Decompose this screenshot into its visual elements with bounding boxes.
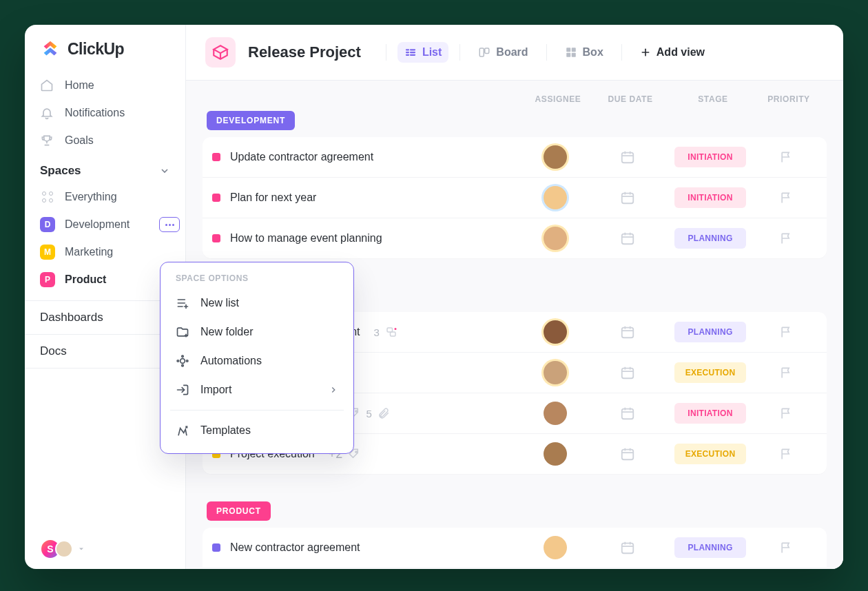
task-row[interactable]: How to manage event planningPLANNING (203, 218, 827, 258)
calendar-icon[interactable] (620, 540, 635, 555)
due-date-cell[interactable] (590, 406, 665, 421)
calendar-icon[interactable] (620, 365, 635, 380)
popover-new-list-label: New list (200, 297, 239, 309)
priority-cell[interactable] (755, 191, 817, 205)
spaces-header[interactable]: Spaces (25, 154, 185, 183)
nav-goals[interactable]: Goals (25, 127, 185, 154)
flag-icon[interactable] (779, 447, 793, 461)
svg-point-21 (180, 359, 185, 364)
cube-icon (211, 43, 229, 61)
stage-chip[interactable]: PLANNING (674, 228, 746, 249)
due-date-cell[interactable] (590, 446, 665, 462)
subtask-count: 3 (374, 326, 380, 338)
status-square[interactable] (212, 234, 220, 242)
priority-cell[interactable] (755, 406, 817, 420)
flag-icon[interactable] (779, 150, 793, 164)
assignee-avatar[interactable] (544, 536, 567, 559)
attachment-count: 5 (366, 408, 371, 419)
stage-chip[interactable]: INITIATION (674, 403, 746, 424)
task-title: New contractor agreement (230, 541, 360, 554)
status-square[interactable] (212, 153, 220, 161)
popover-automations[interactable]: Automations (167, 346, 347, 375)
assignee-avatar[interactable] (544, 227, 567, 250)
tab-board-label: Board (496, 46, 528, 59)
calendar-icon[interactable] (620, 190, 635, 205)
space-marketing[interactable]: M Marketing (25, 238, 185, 266)
task-group: PRODUCTNew contractor agreementPLANNINGR… (203, 501, 827, 569)
task-row[interactable]: Update contractor agreementINITIATION (203, 137, 827, 178)
priority-cell[interactable] (755, 231, 817, 245)
workspace-switcher[interactable]: S (40, 539, 85, 559)
due-date-cell[interactable] (590, 190, 665, 205)
space-development[interactable]: D Development (25, 211, 185, 238)
nav-notifications[interactable]: Notifications (25, 99, 185, 127)
home-icon (40, 79, 54, 92)
popover-import[interactable]: Import (167, 375, 347, 404)
clickup-logo-icon (40, 39, 61, 59)
calendar-icon[interactable] (620, 324, 635, 340)
group-pill[interactable]: PRODUCT (207, 501, 271, 521)
stage-chip[interactable]: PLANNING (674, 322, 746, 342)
due-date-cell[interactable] (590, 324, 665, 340)
group-pill[interactable]: DEVELOPMENT (207, 111, 295, 130)
assignee-avatar[interactable] (544, 402, 567, 425)
priority-cell[interactable] (755, 366, 817, 380)
status-square[interactable] (212, 543, 220, 552)
svg-rect-13 (622, 369, 634, 379)
assignee-avatar[interactable] (544, 320, 567, 344)
due-date-cell[interactable] (590, 231, 665, 246)
stage-chip[interactable]: PLANNING (674, 537, 746, 558)
chevron-down-icon (159, 165, 170, 176)
due-date-cell[interactable] (590, 149, 665, 165)
space-development-more-button[interactable] (159, 217, 180, 232)
status-square[interactable] (212, 194, 220, 202)
subtask-icon (385, 326, 397, 338)
calendar-icon[interactable] (620, 446, 635, 462)
priority-cell[interactable] (755, 150, 817, 164)
calendar-icon[interactable] (620, 406, 635, 421)
tab-board[interactable]: Board (471, 42, 535, 63)
stage-chip[interactable]: INITIATION (674, 187, 746, 208)
tab-box[interactable]: Box (558, 42, 610, 63)
task-row[interactable]: Plan for next yearINITIATION (203, 178, 827, 218)
priority-cell[interactable] (755, 325, 817, 339)
calendar-icon[interactable] (620, 231, 635, 246)
tab-list[interactable]: List (397, 42, 448, 63)
flag-icon[interactable] (779, 325, 793, 339)
flag-icon[interactable] (779, 541, 793, 554)
priority-cell[interactable] (755, 447, 817, 461)
stage-chip[interactable]: EXECUTION (674, 362, 746, 383)
priority-cell[interactable] (755, 541, 817, 554)
assignee-avatar[interactable] (544, 145, 567, 169)
space-everything[interactable]: Everything (25, 183, 185, 211)
space-marketing-label: Marketing (65, 246, 113, 258)
spaces-header-label: Spaces (40, 164, 81, 178)
flag-icon[interactable] (779, 231, 793, 245)
flag-icon[interactable] (779, 366, 793, 380)
brand-logo[interactable]: ClickUp (25, 39, 185, 72)
popover-templates[interactable]: Templates (167, 416, 347, 445)
svg-rect-9 (387, 328, 393, 332)
popover-new-list[interactable]: New list (167, 289, 347, 318)
space-development-label: Development (65, 218, 130, 231)
flag-icon[interactable] (779, 406, 793, 420)
task-row[interactable]: Refresh company websiteEXECUTION (203, 568, 827, 569)
tab-box-label: Box (583, 46, 603, 59)
stage-chip[interactable]: INITIATION (674, 147, 746, 167)
task-title: How to manage event planning (230, 232, 382, 245)
task-row[interactable]: New contractor agreementPLANNING (203, 528, 827, 568)
add-view-button[interactable]: Add view (633, 42, 712, 63)
calendar-icon[interactable] (620, 149, 635, 165)
popover-new-folder[interactable]: New folder (167, 318, 347, 346)
flag-icon[interactable] (779, 191, 793, 205)
stage-chip[interactable]: EXECUTION (674, 444, 746, 464)
assignee-avatar[interactable] (544, 361, 567, 384)
assignee-avatar[interactable] (544, 442, 567, 466)
popover-automations-label: Automations (200, 355, 262, 367)
svg-point-25 (186, 360, 188, 362)
due-date-cell[interactable] (590, 365, 665, 380)
nav-home[interactable]: Home (25, 72, 185, 99)
assignee-avatar[interactable] (544, 186, 567, 209)
everything-icon (40, 189, 55, 205)
due-date-cell[interactable] (590, 540, 665, 555)
